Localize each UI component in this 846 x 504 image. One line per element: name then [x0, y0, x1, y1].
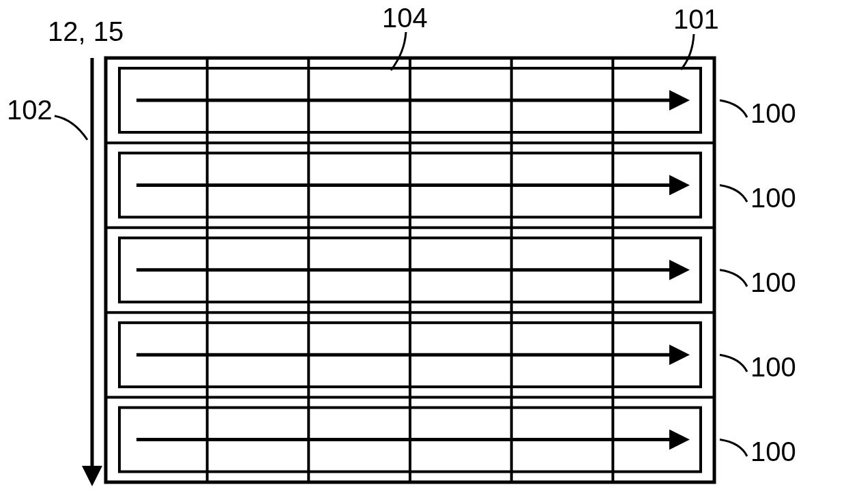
- leader-104: [391, 32, 406, 70]
- label-100-row4: 100: [750, 352, 796, 382]
- label-101: 101: [673, 4, 719, 34]
- label-top-left: 12, 15: [48, 16, 123, 46]
- label-100-row5: 100: [750, 436, 796, 466]
- label-100-row2: 100: [750, 183, 796, 213]
- leader-102: [55, 116, 87, 140]
- label-102: 102: [7, 95, 53, 125]
- leader-100-group: [720, 100, 747, 456]
- label-100-row1: 100: [750, 98, 796, 128]
- leader-101: [681, 34, 694, 70]
- label-104: 104: [382, 3, 428, 33]
- label-100-row3: 100: [750, 267, 796, 297]
